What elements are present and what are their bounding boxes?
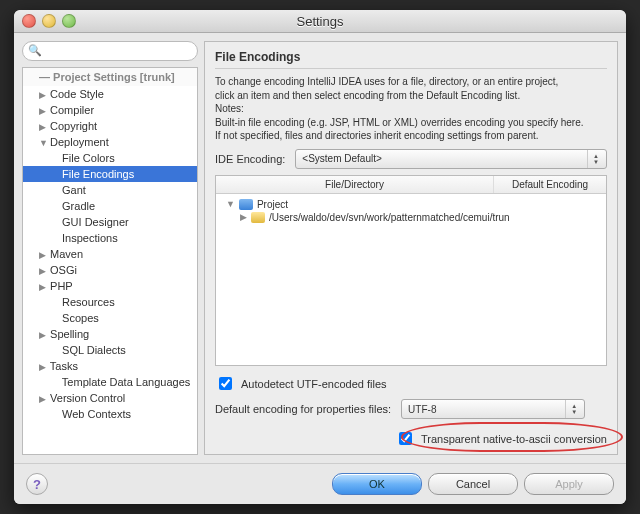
cancel-button[interactable]: Cancel: [428, 473, 518, 495]
sidebar-item-label: Spelling: [50, 328, 89, 340]
sidebar-item[interactable]: Inspections: [23, 230, 197, 246]
ide-encoding-select[interactable]: <System Default> ▲▼: [295, 149, 607, 169]
sidebar-item-label: Copyright: [50, 120, 97, 132]
sidebar-item-label: Tasks: [50, 360, 78, 372]
panel-description: To change encoding IntelliJ IDEA uses fo…: [215, 75, 607, 143]
sidebar-item[interactable]: GUI Designer: [23, 214, 197, 230]
sidebar-item[interactable]: ▶ PHP: [23, 278, 197, 294]
caret-icon: ▶: [39, 266, 47, 276]
chevron-up-down-icon: ▲▼: [565, 400, 582, 418]
autodetect-checkbox[interactable]: [219, 377, 232, 390]
sidebar-item[interactable]: Gradle: [23, 198, 197, 214]
ok-button[interactable]: OK: [332, 473, 422, 495]
transparent-conversion-checkbox[interactable]: [399, 432, 412, 445]
column-default-encoding[interactable]: Default Encoding: [494, 176, 606, 193]
settings-tree[interactable]: — Project Settings [trunk] ▶ Code Style▶…: [22, 67, 198, 455]
sidebar-item-label: Resources: [62, 296, 115, 308]
sidebar-item[interactable]: ▶ OSGi: [23, 262, 197, 278]
caret-icon: ▶: [39, 250, 47, 260]
sidebar-item-label: File Colors: [62, 152, 115, 164]
sidebar-item-label: Deployment: [50, 136, 109, 148]
table-row[interactable]: ▶ /Users/waldo/dev/svn/work/patternmatch…: [222, 211, 600, 224]
sidebar-item[interactable]: ▶ Compiler: [23, 102, 197, 118]
folder-icon: [251, 212, 265, 223]
sidebar-item[interactable]: Scopes: [23, 310, 197, 326]
sidebar-item[interactable]: ▼ Deployment: [23, 134, 197, 150]
sidebar-item[interactable]: ▶ Code Style: [23, 86, 197, 102]
content-panel: File Encodings To change encoding Intell…: [204, 41, 618, 455]
ide-encoding-label: IDE Encoding:: [215, 153, 285, 165]
titlebar: Settings: [14, 10, 626, 33]
search-input[interactable]: [22, 41, 198, 61]
folder-icon: [239, 199, 253, 210]
caret-icon: ▶: [39, 362, 47, 372]
caret-icon: ▶: [39, 106, 47, 116]
autodetect-label: Autodetect UTF-encoded files: [241, 378, 387, 390]
transparent-conversion-label: Transparent native-to-ascii conversion: [421, 433, 607, 445]
sidebar-item-label: OSGi: [50, 264, 77, 276]
caret-icon: ▶: [39, 90, 47, 100]
sidebar-item-label: Gradle: [62, 200, 95, 212]
settings-window: Settings 🔍 — Project Settings [trunk] ▶ …: [14, 10, 626, 504]
sidebar-item[interactable]: SQL Dialects: [23, 342, 197, 358]
sidebar-item[interactable]: ▶ Version Control: [23, 390, 197, 406]
sidebar-item-label: Template Data Languages: [62, 376, 190, 388]
sidebar-item[interactable]: Template Data Languages: [23, 374, 197, 390]
sidebar-item[interactable]: ▶ Maven: [23, 246, 197, 262]
caret-icon: ▼: [39, 138, 47, 148]
sidebar-item[interactable]: File Encodings: [23, 166, 197, 182]
sidebar-item-label: PHP: [50, 280, 73, 292]
sidebar-item-label: Inspections: [62, 232, 118, 244]
sidebar-item-label: Code Style: [50, 88, 104, 100]
help-button[interactable]: ?: [26, 473, 48, 495]
sidebar-item[interactable]: ▶ Spelling: [23, 326, 197, 342]
file-encoding-table[interactable]: File/Directory Default Encoding ▼ Projec…: [215, 175, 607, 367]
sidebar-item[interactable]: Resources: [23, 294, 197, 310]
apply-button[interactable]: Apply: [524, 473, 614, 495]
sidebar-item-label: File Encodings: [62, 168, 134, 180]
dialog-footer: ? OK Cancel Apply: [14, 463, 626, 504]
sidebar-item[interactable]: Web Contexts: [23, 406, 197, 422]
sidebar-item-label: Scopes: [62, 312, 99, 324]
properties-encoding-select[interactable]: UTF-8 ▲▼: [401, 399, 585, 419]
sidebar-item-label: Gant: [62, 184, 86, 196]
search-icon: 🔍: [28, 44, 42, 57]
column-file-directory[interactable]: File/Directory: [216, 176, 494, 193]
window-title: Settings: [14, 14, 626, 29]
sidebar-item-label: SQL Dialects: [62, 344, 126, 356]
caret-icon: ▶: [39, 122, 47, 132]
chevron-right-icon: ▶: [240, 212, 247, 222]
properties-encoding-label: Default encoding for properties files:: [215, 403, 391, 415]
sidebar-item-label: GUI Designer: [62, 216, 129, 228]
caret-icon: ▶: [39, 330, 47, 340]
sidebar-item-label: Web Contexts: [62, 408, 131, 420]
table-row[interactable]: ▼ Project: [222, 198, 600, 211]
caret-icon: ▶: [39, 394, 47, 404]
sidebar-item-label: Version Control: [50, 392, 125, 404]
sidebar: 🔍 — Project Settings [trunk] ▶ Code Styl…: [22, 41, 198, 455]
tree-section-header: — Project Settings [trunk]: [23, 68, 197, 86]
chevron-up-down-icon: ▲▼: [587, 150, 604, 168]
search-container: 🔍: [22, 41, 198, 61]
sidebar-item-label: Maven: [50, 248, 83, 260]
panel-title: File Encodings: [215, 50, 607, 69]
caret-icon: ▶: [39, 282, 47, 292]
sidebar-item-label: Compiler: [50, 104, 94, 116]
sidebar-item[interactable]: ▶ Tasks: [23, 358, 197, 374]
chevron-down-icon: ▼: [226, 199, 235, 209]
sidebar-item[interactable]: File Colors: [23, 150, 197, 166]
sidebar-item[interactable]: Gant: [23, 182, 197, 198]
sidebar-item[interactable]: ▶ Copyright: [23, 118, 197, 134]
